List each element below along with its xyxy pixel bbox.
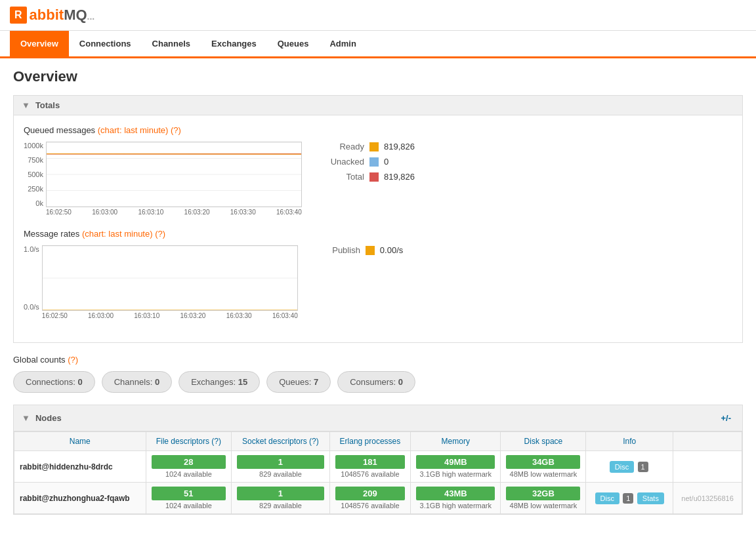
rates-help-link[interactable]: (?) bbox=[155, 229, 165, 239]
queued-y-axis: 1000k 750k 500k 250k 0k bbox=[24, 142, 46, 207]
node-memory-2: 43MB 3.1GB high watermark bbox=[411, 483, 501, 514]
node-file-desc-1: 28 1024 available bbox=[146, 451, 232, 483]
col-memory: Memory bbox=[411, 432, 501, 451]
global-counts-title: Global counts (?) bbox=[13, 355, 743, 365]
channels-label: Channels: bbox=[114, 377, 155, 387]
rates-chart-wrapper: 1.0/s 0.0/s bbox=[24, 245, 298, 319]
legend-unacked-label: Unacked bbox=[322, 157, 364, 167]
col-file-desc: File descriptors (?) bbox=[146, 432, 232, 451]
page-title: Overview bbox=[13, 68, 743, 85]
count-queues[interactable]: Queues: 7 bbox=[266, 371, 331, 393]
nodes-label: Nodes bbox=[35, 413, 62, 423]
logo-icon: R bbox=[10, 7, 27, 24]
queued-messages-title: Queued messages (chart: last minute) (?) bbox=[24, 125, 732, 135]
totals-body: Queued messages (chart: last minute) (?)… bbox=[14, 115, 742, 342]
connections-value: 0 bbox=[78, 377, 83, 387]
legend-total-value: 819,826 bbox=[384, 172, 415, 182]
disc-button-1[interactable]: Disc bbox=[610, 461, 634, 473]
node-memory-1: 49MB 3.1GB high watermark bbox=[411, 451, 501, 483]
erlang-avail-1: 1048576 available bbox=[335, 470, 405, 478]
legend-total: Total 819,826 bbox=[322, 172, 453, 182]
legend-publish-label: Publish bbox=[318, 245, 360, 255]
nav-queues[interactable]: Queues bbox=[267, 31, 320, 56]
queued-messages-section: Queued messages (chart: last minute) (?)… bbox=[24, 125, 732, 216]
logo-text: abbitMQ... bbox=[30, 7, 95, 24]
erlang-avail-2: 1048576 available bbox=[335, 502, 405, 510]
file-desc-avail-1: 1024 available bbox=[152, 470, 226, 478]
count-exchanges[interactable]: Exchanges: 15 bbox=[178, 371, 260, 393]
rates-legend: Publish 0.00/s bbox=[318, 245, 449, 255]
node-erlang-2: 209 1048576 available bbox=[329, 483, 410, 514]
col-erlang: Erlang processes bbox=[329, 432, 410, 451]
node-name-2: rabbit@zhuzhonghua2-fqawb bbox=[14, 483, 146, 514]
memory-wm-1: 3.1GB high watermark bbox=[416, 470, 495, 478]
socket-desc-bar-1: 1 bbox=[237, 455, 324, 469]
legend-publish-color bbox=[366, 246, 375, 255]
disk-wm-2: 48MB low watermark bbox=[506, 502, 580, 510]
rates-y-axis: 1.0/s 0.0/s bbox=[24, 245, 42, 311]
nav-overview[interactable]: Overview bbox=[10, 31, 69, 56]
rates-chart-link[interactable]: (chart: last minute) bbox=[82, 229, 155, 239]
nav-admin[interactable]: Admin bbox=[319, 31, 366, 56]
queued-legend: Ready 819,826 Unacked 0 Total 819 bbox=[322, 142, 453, 182]
disk-bar-1: 34GB bbox=[506, 455, 580, 469]
add-remove-button[interactable]: +/- bbox=[717, 410, 734, 426]
message-rates-section: Message rates (chart: last minute) (?) 1… bbox=[24, 229, 732, 319]
exchanges-label: Exchanges: bbox=[191, 377, 238, 387]
col-addremove bbox=[673, 432, 742, 451]
badge-num-2: 1 bbox=[623, 493, 633, 504]
node-socket-desc-1: 1 829 available bbox=[232, 451, 330, 483]
queued-chart-container: 1000k 750k 500k 250k 0k bbox=[24, 142, 732, 216]
count-connections[interactable]: Connections: 0 bbox=[13, 371, 95, 393]
count-channels[interactable]: Channels: 0 bbox=[102, 371, 172, 393]
node-file-desc-2: 51 1024 available bbox=[146, 483, 232, 514]
legend-ready-color bbox=[369, 142, 379, 151]
col-name: Name bbox=[14, 432, 146, 451]
nodes-section-header: ▼ Nodes +/- bbox=[14, 405, 742, 431]
channels-value: 0 bbox=[155, 377, 159, 387]
nav-channels[interactable]: Channels bbox=[142, 31, 201, 56]
queued-help-link[interactable]: (?) bbox=[171, 125, 181, 135]
disc-button-2[interactable]: Disc bbox=[595, 492, 620, 504]
table-row: rabbit@hiddenzhu-8drdc 28 1024 available… bbox=[14, 451, 742, 483]
socket-desc-avail-2: 829 available bbox=[237, 502, 324, 510]
message-rates-title: Message rates (chart: last minute) (?) bbox=[24, 229, 732, 239]
consumers-value: 0 bbox=[398, 377, 403, 387]
nodes-body: Name File descriptors (?) Socket descrip… bbox=[14, 431, 742, 514]
global-counts-help[interactable]: (?) bbox=[68, 355, 78, 365]
nodes-arrow: ▼ bbox=[22, 413, 30, 423]
erlang-bar-2: 209 bbox=[335, 487, 405, 500]
memory-bar-1: 49MB bbox=[416, 455, 495, 469]
connections-label: Connections: bbox=[26, 377, 78, 387]
node-info-2: Disc 1 Stats bbox=[586, 483, 673, 514]
totals-section: ▼ Totals Queued messages (chart: last mi… bbox=[13, 95, 743, 343]
consumers-label: Consumers: bbox=[350, 377, 398, 387]
queued-chart-link[interactable]: (chart: last minute) bbox=[98, 125, 171, 135]
node-erlang-1: 181 1048576 available bbox=[329, 451, 410, 483]
main-nav: Overview Connections Channels Exchanges … bbox=[0, 31, 756, 58]
rates-chart-canvas bbox=[42, 245, 298, 311]
queued-chart-wrapper: 1000k 750k 500k 250k 0k bbox=[24, 142, 302, 216]
nav-exchanges[interactable]: Exchanges bbox=[201, 31, 267, 56]
erlang-bar-1: 181 bbox=[335, 455, 405, 469]
node-extra-1 bbox=[673, 451, 742, 483]
rates-x-axis: 16:02:50 16:03:00 16:03:10 16:03:20 16:0… bbox=[42, 311, 298, 319]
table-header-row: Name File descriptors (?) Socket descrip… bbox=[14, 432, 742, 451]
legend-ready-label: Ready bbox=[322, 142, 364, 151]
totals-section-header: ▼ Totals bbox=[14, 96, 742, 115]
legend-unacked: Unacked 0 bbox=[322, 157, 453, 167]
col-info: Info bbox=[586, 432, 673, 451]
file-desc-avail-2: 1024 available bbox=[152, 502, 226, 510]
legend-ready-value: 819,826 bbox=[384, 142, 415, 151]
counts-row: Connections: 0 Channels: 0 Exchanges: 15… bbox=[13, 371, 743, 393]
count-consumers[interactable]: Consumers: 0 bbox=[337, 371, 415, 393]
socket-desc-avail-1: 829 available bbox=[237, 470, 324, 478]
queues-label: Queues: bbox=[279, 377, 314, 387]
nav-connections[interactable]: Connections bbox=[69, 31, 142, 56]
legend-total-label: Total bbox=[322, 172, 364, 182]
socket-desc-bar-2: 1 bbox=[237, 487, 324, 500]
rates-chart-container: 1.0/s 0.0/s bbox=[24, 245, 732, 319]
nodes-table: Name File descriptors (?) Socket descrip… bbox=[14, 431, 742, 514]
nodes-section: ▼ Nodes +/- Name File descriptors (?) So… bbox=[13, 405, 743, 515]
stats-button-2[interactable]: Stats bbox=[637, 492, 664, 504]
